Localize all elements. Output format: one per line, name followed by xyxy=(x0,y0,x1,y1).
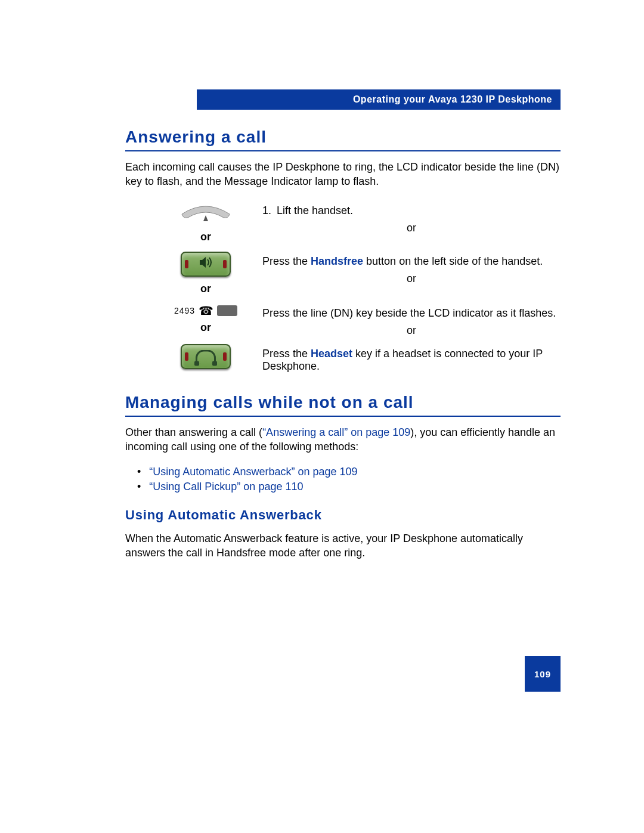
step-row-headset: Press the Headset key if a headset is co… xyxy=(155,344,561,373)
headset-keyword: Headset xyxy=(311,348,352,360)
step-number-1: 1. xyxy=(262,205,277,217)
or-right-2: or xyxy=(262,272,561,285)
step4-text: Press the Headset key if a headset is co… xyxy=(262,348,561,373)
link-call-pickup[interactable]: “Using Call Pickup” on page 110 xyxy=(149,481,303,493)
running-header: Operating your Avaya 1230 IP Deskphone xyxy=(197,89,561,110)
step-row-handsfree: or Press the Handsfree button on the lef… xyxy=(155,252,561,301)
auto-answerback-body: When the Automatic Answerback feature is… xyxy=(125,531,561,561)
dn-key-icon: 2493 ☎ xyxy=(174,304,237,318)
gray-key-icon xyxy=(217,305,237,316)
method-link-list: “Using Automatic Answerback” on page 109… xyxy=(125,466,561,493)
dn-number-label: 2493 xyxy=(174,306,195,315)
or-label-1: or xyxy=(155,231,256,243)
step-row-dnkey: 2493 ☎ or Press the line (DN) key beside… xyxy=(155,304,561,342)
speaker-icon xyxy=(199,256,213,272)
section2-intro: Other than answering a call (“Answering … xyxy=(125,425,561,454)
page-number-badge: 109 xyxy=(525,656,561,692)
step1-text: Lift the handset. xyxy=(277,205,353,217)
handset-cradle-icon xyxy=(176,201,236,225)
headset-button-icon xyxy=(181,344,231,369)
answering-steps-table: or 1. Lift the handset. or xyxy=(155,201,561,375)
link-answering-call[interactable]: “Answering a call” on page 109 xyxy=(262,426,410,438)
handsfree-button-icon xyxy=(181,252,231,277)
step3-text: Press the line (DN) key beside the LCD i… xyxy=(262,307,561,320)
section-heading-managing: Managing calls while not on a call xyxy=(125,393,561,417)
or-right-3: or xyxy=(262,324,561,337)
phone-icon: ☎ xyxy=(199,304,213,318)
section-heading-answering: Answering a call xyxy=(125,128,561,151)
or-label-3: or xyxy=(155,321,256,334)
link-auto-answerback[interactable]: “Using Automatic Answerback” on page 109 xyxy=(149,466,357,478)
or-right-1: or xyxy=(262,222,561,234)
step-row-handset: or 1. Lift the handset. or xyxy=(155,201,561,249)
step2-text: Press the Handsfree button on the left s… xyxy=(262,255,561,268)
subsection-heading-auto-answerback: Using Automatic Answerback xyxy=(125,507,561,523)
handsfree-keyword: Handsfree xyxy=(311,255,363,267)
or-label-2: or xyxy=(155,283,256,295)
section1-intro: Each incoming call causes the IP Deskpho… xyxy=(125,160,561,189)
headset-icon xyxy=(196,349,216,363)
